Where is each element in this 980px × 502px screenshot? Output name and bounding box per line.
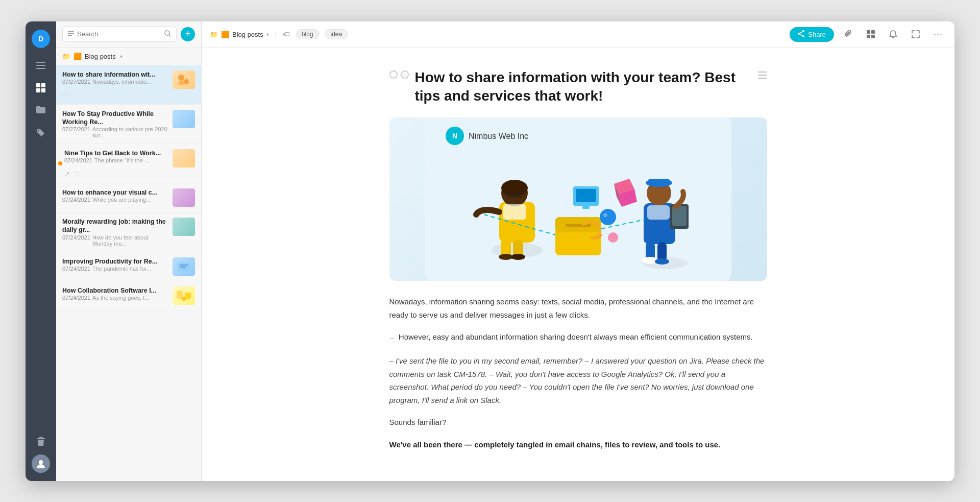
svg-point-24 (802, 35, 804, 37)
post-thumbnail (173, 188, 195, 207)
article-bold-paragraph: We've all been there — completely tangle… (389, 438, 767, 451)
post-excerpt: As the saying goes, t... (92, 295, 149, 301)
post-excerpt: Nowadays, informatio... (92, 79, 151, 85)
svg-point-49 (511, 254, 525, 260)
breadcrumb-chevron-icon[interactable]: ▾ (266, 32, 269, 37)
svg-rect-30 (871, 35, 875, 38)
post-thumbnail (173, 110, 195, 128)
layout-button[interactable] (863, 26, 879, 42)
list-item[interactable]: How to enhance your visual c... 07/24/20… (56, 183, 201, 212)
svg-rect-29 (867, 35, 870, 38)
article-title: How to share information with your team?… (415, 68, 752, 106)
attachment-button[interactable] (840, 26, 856, 42)
list-item[interactable]: Morally rewarding job: making the daily … (56, 212, 201, 252)
svg-point-74 (655, 258, 669, 265)
svg-rect-70 (647, 205, 670, 220)
post-date: 07/24/2021 (62, 266, 90, 272)
grid-icon[interactable] (32, 79, 50, 97)
search-input[interactable] (77, 30, 161, 38)
thumb-image (173, 286, 195, 305)
bottom-avatar[interactable] (32, 455, 50, 473)
svg-line-25 (800, 32, 802, 33)
svg-rect-10 (68, 35, 72, 36)
svg-point-48 (499, 254, 513, 260)
separator: | (275, 31, 277, 38)
post-date: 07/24/2021 (64, 157, 92, 163)
sidebar-nav: D (26, 21, 56, 481)
svg-rect-9 (68, 33, 74, 34)
tag-idea[interactable]: idea (325, 29, 348, 39)
svg-point-11 (165, 31, 169, 35)
post-date: 07/24/2021 (62, 197, 90, 203)
article-title-row: ☺ How to share information with your tea… (389, 68, 767, 106)
heart-icon[interactable]: ♡ (62, 91, 68, 99)
svg-rect-27 (867, 30, 870, 34)
list-item[interactable]: How to share information wit... 07/27/20… (56, 65, 201, 105)
svg-rect-45 (503, 204, 526, 220)
folder-header[interactable]: 📁 🟧 Blog posts ▾ (56, 47, 201, 65)
trash-nav-icon[interactable] (32, 432, 50, 450)
article-italic-paragraph: – I've sent the file to you in my second… (389, 354, 767, 407)
svg-rect-32 (758, 75, 767, 76)
article-controls: ☺ (389, 68, 409, 79)
svg-rect-67 (648, 179, 670, 185)
post-excerpt: How do you feel about Monday mo... (92, 234, 168, 247)
circle-button[interactable] (389, 70, 398, 79)
more-button[interactable]: ··· (930, 26, 946, 42)
hamburger-icon[interactable] (32, 56, 50, 75)
article-area: ☺ How to share information with your tea… (349, 48, 808, 481)
svg-line-12 (169, 35, 171, 37)
svg-point-61 (608, 232, 618, 243)
svg-rect-33 (758, 78, 767, 79)
emoji-button[interactable]: ☺ (401, 70, 409, 79)
post-title: Nine Tips to Get Back to Work... (64, 149, 161, 157)
thumb-image (173, 218, 195, 236)
list-item[interactable]: Improving Productivity for Re... 07/24/2… (56, 252, 201, 281)
svg-text:Nimbus Web Inc: Nimbus Web Inc (469, 132, 528, 140)
bell-button[interactable] (885, 26, 901, 42)
article-menu-icon[interactable] (758, 68, 767, 81)
expand-button[interactable] (908, 26, 924, 42)
svg-rect-31 (758, 71, 767, 73)
svg-point-14 (184, 79, 189, 84)
list-item[interactable]: How Collaboration Software I... 07/24/20… (56, 281, 201, 310)
article-paragraph-dots: ··· However, easy and abundant informati… (389, 330, 767, 345)
search-bar: + (56, 21, 201, 47)
thumb-image (173, 149, 195, 168)
svg-rect-17 (180, 265, 188, 266)
breadcrumb: 📁 🟧 Blog posts ▾ (210, 31, 269, 38)
user-avatar[interactable]: D (32, 30, 50, 48)
share-action-icon[interactable]: ↗ (64, 170, 70, 178)
svg-rect-0 (36, 62, 45, 63)
tag-blog[interactable]: blog (296, 29, 319, 39)
heart-icon[interactable]: ♡ (74, 170, 80, 178)
search-input-wrap[interactable] (62, 27, 177, 42)
svg-rect-2 (36, 68, 45, 69)
svg-rect-3 (36, 83, 40, 87)
post-date: 07/27/2021 (62, 79, 90, 85)
post-title: Improving Productivity for Re... (62, 257, 157, 266)
post-excerpt: The phrase "It's the ... (94, 157, 149, 163)
tag-nav-icon[interactable] (32, 124, 50, 142)
svg-text:N: N (452, 132, 457, 140)
folder-nav-icon[interactable] (32, 101, 50, 119)
article-paragraph: Nowadays, information sharing seems easy… (389, 295, 767, 321)
svg-rect-8 (68, 31, 74, 32)
svg-point-41 (501, 180, 528, 196)
post-thumbnail (173, 286, 195, 305)
article-hero-image: N Nimbus Web Inc (389, 117, 767, 281)
post-excerpt: While you are playing... (92, 197, 151, 203)
post-excerpt: According to various pre-2020 sur... (92, 126, 168, 138)
post-title: How Collaboration Software I... (62, 286, 156, 295)
list-item[interactable]: How To Stay Productive While Working Re.… (56, 105, 201, 145)
folder-chevron-icon: ▾ (120, 54, 122, 59)
filter-icon[interactable] (68, 31, 74, 38)
main-content: 📁 🟧 Blog posts ▾ | 🏷 blog idea Share (202, 21, 954, 481)
svg-rect-20 (185, 293, 191, 299)
list-item[interactable]: Nine Tips to Get Back to Work... 07/24/2… (56, 144, 201, 183)
post-date: 07/24/2021 (62, 295, 90, 301)
share-button[interactable]: Share (790, 27, 834, 42)
post-thumbnail (173, 149, 195, 168)
svg-rect-1 (36, 65, 45, 66)
add-button[interactable]: + (181, 27, 195, 41)
